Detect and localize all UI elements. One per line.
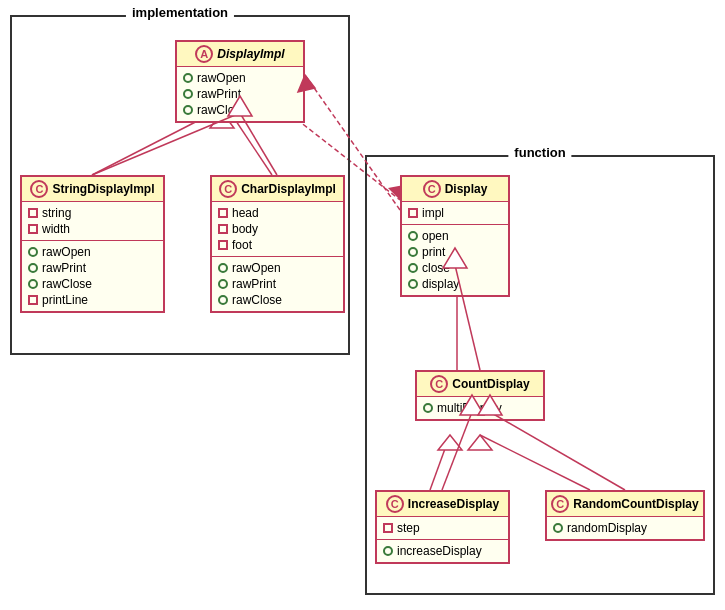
public-icon (28, 247, 38, 257)
class-stringdisplayimpl: C StringDisplayImpl string width rawOpen… (20, 175, 165, 313)
item-text: step (397, 521, 420, 535)
public-icon (408, 247, 418, 257)
countdisplay-badge: C (430, 375, 448, 393)
item-text: increaseDisplay (397, 544, 482, 558)
uml-item: display (408, 276, 502, 292)
item-text: rawOpen (232, 261, 281, 275)
class-display: C Display impl open print close (400, 175, 510, 297)
increasedisplay-fields: step (377, 517, 508, 540)
public-icon (408, 279, 418, 289)
uml-item: rawPrint (183, 86, 297, 102)
public-icon (423, 403, 433, 413)
randomcountdisplay-name: RandomCountDisplay (573, 497, 698, 511)
stringdisplayimpl-fields: string width (22, 202, 163, 241)
uml-item: print (408, 244, 502, 260)
diagram-container: implementation function A DisplayImpl ra… (0, 0, 725, 610)
uml-item: head (218, 205, 337, 221)
uml-item: body (218, 221, 337, 237)
chardisplayimpl-name: CharDisplayImpl (241, 182, 336, 196)
item-text: rawOpen (42, 245, 91, 259)
uml-item: rawClose (218, 292, 337, 308)
stringdisplayimpl-name: StringDisplayImpl (52, 182, 154, 196)
randomcountdisplay-badge: C (551, 495, 569, 513)
item-text: impl (422, 206, 444, 220)
uml-item: impl (408, 205, 502, 221)
class-randomcountdisplay-header: C RandomCountDisplay (547, 492, 703, 517)
uml-item: rawPrint (218, 276, 337, 292)
countdisplay-name: CountDisplay (452, 377, 529, 391)
item-text: width (42, 222, 70, 236)
uml-item: rawClose (28, 276, 157, 292)
item-text: print (422, 245, 445, 259)
increasedisplay-name: IncreaseDisplay (408, 497, 499, 511)
function-label: function (508, 145, 571, 160)
item-text: rawOpen (197, 71, 246, 85)
item-text: display (422, 277, 459, 291)
class-countdisplay-header: C CountDisplay (417, 372, 543, 397)
public-icon (28, 263, 38, 273)
uml-item: increaseDisplay (383, 543, 502, 559)
randomcountdisplay-methods: randomDisplay (547, 517, 703, 539)
chardisplayimpl-badge: C (219, 180, 237, 198)
uml-item: rawOpen (183, 70, 297, 86)
uml-item: rawOpen (218, 260, 337, 276)
item-text: randomDisplay (567, 521, 647, 535)
item-text: string (42, 206, 71, 220)
implementation-label: implementation (126, 5, 234, 20)
item-text: head (232, 206, 259, 220)
stringdisplayimpl-badge: C (30, 180, 48, 198)
displayimpl-badge: A (195, 45, 213, 63)
item-text: rawPrint (232, 277, 276, 291)
item-text: open (422, 229, 449, 243)
uml-item: rawPrint (28, 260, 157, 276)
public-icon (408, 263, 418, 273)
public-icon (218, 295, 228, 305)
uml-item: string (28, 205, 157, 221)
displayimpl-name: DisplayImpl (217, 47, 284, 61)
public-icon (218, 279, 228, 289)
item-text: foot (232, 238, 252, 252)
item-text: printLine (42, 293, 88, 307)
uml-item: width (28, 221, 157, 237)
uml-item: rawOpen (28, 244, 157, 260)
class-countdisplay: C CountDisplay multiDisplay (415, 370, 545, 421)
class-displayimpl-header: A DisplayImpl (177, 42, 303, 67)
uml-item: step (383, 520, 502, 536)
protected-icon (218, 208, 228, 218)
public-icon (183, 89, 193, 99)
public-icon (28, 279, 38, 289)
item-text: rawClose (197, 103, 247, 117)
public-icon (183, 105, 193, 115)
uml-item: randomDisplay (553, 520, 697, 536)
increasedisplay-badge: C (386, 495, 404, 513)
public-icon (183, 73, 193, 83)
item-text: close (422, 261, 450, 275)
uml-item: foot (218, 237, 337, 253)
protected-icon (28, 295, 38, 305)
uml-item: close (408, 260, 502, 276)
protected-icon (218, 224, 228, 234)
public-icon (218, 263, 228, 273)
uml-item: open (408, 228, 502, 244)
class-increasedisplay-header: C IncreaseDisplay (377, 492, 508, 517)
class-chardisplayimpl-header: C CharDisplayImpl (212, 177, 343, 202)
item-text: rawPrint (197, 87, 241, 101)
protected-icon (218, 240, 228, 250)
uml-item: printLine (28, 292, 157, 308)
class-chardisplayimpl: C CharDisplayImpl head body foot rawOpen (210, 175, 345, 313)
protected-icon (408, 208, 418, 218)
public-icon (408, 231, 418, 241)
class-displayimpl: A DisplayImpl rawOpen rawPrint rawClose (175, 40, 305, 123)
class-randomcountdisplay: C RandomCountDisplay randomDisplay (545, 490, 705, 541)
uml-item: multiDisplay (423, 400, 537, 416)
class-display-header: C Display (402, 177, 508, 202)
item-text: rawClose (232, 293, 282, 307)
protected-icon (383, 523, 393, 533)
countdisplay-methods: multiDisplay (417, 397, 543, 419)
displayimpl-methods: rawOpen rawPrint rawClose (177, 67, 303, 121)
chardisplayimpl-methods: rawOpen rawPrint rawClose (212, 257, 343, 311)
class-stringdisplayimpl-header: C StringDisplayImpl (22, 177, 163, 202)
display-badge: C (423, 180, 441, 198)
public-icon (553, 523, 563, 533)
item-text: rawPrint (42, 261, 86, 275)
